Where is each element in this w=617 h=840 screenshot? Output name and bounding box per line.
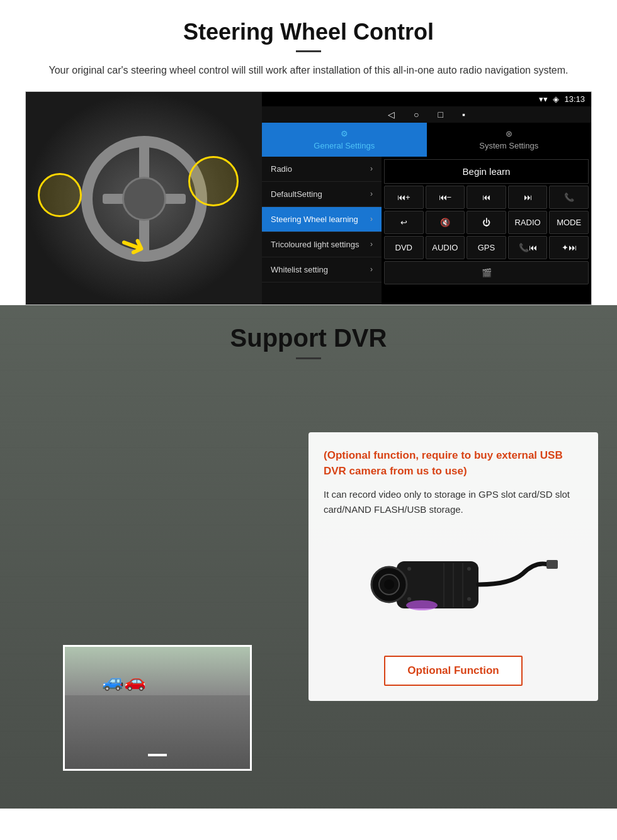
svg-point-3 <box>384 580 394 590</box>
nav-back-icon: ◁ <box>388 109 395 120</box>
dvr-info-box: (Optional function, require to buy exter… <box>308 432 598 701</box>
menu-radio-label: Radio <box>271 164 292 174</box>
tab-general-settings[interactable]: ⚙ General Settings <box>262 123 427 157</box>
svg-rect-5 <box>546 560 558 569</box>
dvr-title-area: Support DVR <box>0 305 617 369</box>
chevron-right-icon: › <box>370 265 373 274</box>
title-divider <box>296 50 321 52</box>
status-time: 13:13 <box>564 94 585 104</box>
ctrl-vol-down[interactable]: ⏮− <box>426 186 465 209</box>
control-row-1: ⏮+ ⏮− ⏮ ⏭ 📞 <box>384 186 589 209</box>
menu-item-radio[interactable]: Radio › <box>262 157 382 182</box>
control-row-4: 🎬 <box>384 261 589 284</box>
android-nav-bar: ◁ ○ □ ▪ <box>262 106 591 123</box>
settings-content: Radio › DefaultSetting › Steering Wheel … <box>262 157 591 305</box>
dvr-title-divider <box>296 357 321 359</box>
steering-wheel-image: ➜ <box>26 92 262 305</box>
section-steering-wheel: Steering Wheel Control Your original car… <box>0 0 617 305</box>
nav-recent-icon: □ <box>438 109 443 120</box>
control-row-3: DVD AUDIO GPS 📞⏮ ✦⏭ <box>384 236 589 259</box>
ctrl-audio[interactable]: AUDIO <box>426 236 465 259</box>
menu-item-tricoloured[interactable]: Tricoloured light settings › <box>262 232 382 257</box>
begin-learn-button[interactable]: Begin learn <box>384 159 589 184</box>
ctrl-prev-track[interactable]: ⏮ <box>467 186 506 209</box>
menu-item-whitelist[interactable]: Whitelist setting › <box>262 257 382 283</box>
ctrl-vol-up[interactable]: ⏮+ <box>384 186 424 209</box>
dvr-info-title: (Optional function, require to buy exter… <box>324 447 583 479</box>
menu-item-default-setting[interactable]: DefaultSetting › <box>262 182 382 207</box>
svg-point-4 <box>406 600 438 610</box>
controls-panel: Begin learn ⏮+ ⏮− ⏮ ⏭ 📞 ↩ 🔇 ⏻ <box>382 157 591 305</box>
tab-system-settings[interactable]: ⊛ System Settings <box>427 123 592 157</box>
nav-home-icon: ○ <box>414 109 419 120</box>
menu-whitelist-label: Whitelist setting <box>271 265 328 274</box>
wifi-icon: ◈ <box>553 94 559 104</box>
dvr-camera-image <box>324 530 583 643</box>
menu-item-steering-wheel[interactable]: Steering Wheel learning › <box>262 207 382 232</box>
ctrl-power[interactable]: ⏻ <box>467 211 506 234</box>
svg-point-9 <box>467 597 471 601</box>
ctrl-next-special[interactable]: ✦⏭ <box>549 236 589 259</box>
ctrl-rec[interactable]: 🎬 <box>384 261 589 284</box>
menu-tricoloured-label: Tricoloured light settings <box>271 240 359 249</box>
ctrl-mode[interactable]: MODE <box>549 211 589 234</box>
section-subtitle: Your original car's steering wheel contr… <box>25 62 592 79</box>
ctrl-radio[interactable]: RADIO <box>508 211 548 234</box>
optional-function-button[interactable]: Optional Function <box>384 656 523 686</box>
ctrl-hang-up[interactable]: ↩ <box>384 211 424 234</box>
ctrl-mute[interactable]: 🔇 <box>426 211 465 234</box>
svg-point-8 <box>407 597 411 601</box>
settings-menu: Radio › DefaultSetting › Steering Wheel … <box>262 157 382 305</box>
dvr-camera-svg <box>346 536 560 637</box>
control-row-2: ↩ 🔇 ⏻ RADIO MODE <box>384 211 589 234</box>
begin-learn-row: Begin learn <box>384 159 589 184</box>
dvr-content-area: (Optional function, require to buy exter… <box>0 369 617 701</box>
highlight-circle-right <box>188 156 239 206</box>
dvr-title: Support DVR <box>0 324 617 352</box>
screenshot-panel: ➜ ▾▾ ◈ 13:13 ◁ ○ □ ▪ ⚙ General Se <box>25 91 592 305</box>
tab-general-label: General Settings <box>314 141 375 150</box>
svg-point-6 <box>407 567 411 571</box>
system-icon: ⊛ <box>506 129 512 138</box>
ctrl-gps[interactable]: GPS <box>467 236 506 259</box>
android-ui-panel: ▾▾ ◈ 13:13 ◁ ○ □ ▪ ⚙ General Settings ⊛ … <box>262 92 591 305</box>
ctrl-phone-prev[interactable]: 📞⏮ <box>508 236 548 259</box>
android-status-bar: ▾▾ ◈ 13:13 <box>262 92 591 106</box>
nav-cast-icon: ▪ <box>462 109 465 120</box>
chevron-right-icon: › <box>370 215 373 223</box>
menu-steering-label: Steering Wheel learning <box>271 215 358 224</box>
settings-tabs: ⚙ General Settings ⊛ System Settings <box>262 123 591 157</box>
ctrl-dvd[interactable]: DVD <box>384 236 424 259</box>
dvr-info-text: It can record video only to storage in G… <box>324 487 583 517</box>
svg-point-7 <box>467 567 471 571</box>
chevron-right-icon: › <box>370 240 373 249</box>
ctrl-phone[interactable]: 📞 <box>549 186 589 209</box>
gear-icon: ⚙ <box>341 129 348 138</box>
signal-icon: ▾▾ <box>539 94 548 104</box>
highlight-circle-left <box>38 173 82 217</box>
menu-default-label: DefaultSetting <box>271 189 322 199</box>
page-title: Steering Wheel Control <box>25 19 592 45</box>
chevron-right-icon: › <box>370 189 373 198</box>
chevron-right-icon: › <box>370 164 373 173</box>
ctrl-next-track[interactable]: ⏭ <box>508 186 548 209</box>
tab-system-label: System Settings <box>479 141 538 150</box>
section-dvr: Support DVR 🚙🚗 (Optional function, requi… <box>0 305 617 809</box>
